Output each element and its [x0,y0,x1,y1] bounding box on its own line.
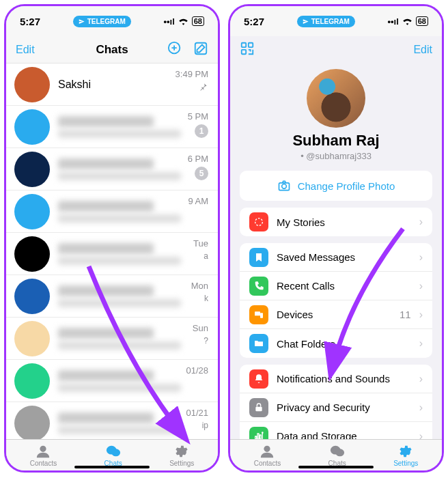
svg-rect-11 [255,311,260,315]
row-value: 11 [400,309,411,320]
svg-rect-6 [249,43,253,47]
qr-icon[interactable] [240,41,255,59]
chat-row[interactable]: Monk [6,275,218,318]
row-label: Devices [277,309,391,320]
edit-button[interactable]: Edit [16,44,35,56]
row-label: Recent Calls [277,280,411,292]
svg-point-16 [264,445,270,451]
chat-row[interactable]: 01/28 [6,360,218,402]
chat-time: Sun [193,323,208,333]
avatar [14,109,50,145]
chat-time: Tue [193,238,208,249]
chat-time: 5 PM [188,111,208,122]
settings-row-notifications-and-sounds[interactable]: Notifications and Sounds › [240,365,432,393]
settings-row-privacy-and-security[interactable]: Privacy and Security › [240,393,432,422]
camera-icon [277,179,291,193]
chat-name: Sakshi [58,79,91,91]
wifi-icon [402,17,412,25]
settings-content[interactable]: Subham Raj • @subhamraj333 Change Profil… [230,64,442,443]
status-right: ••ıl 68 [163,16,204,27]
svg-rect-7 [242,50,246,54]
phone-settings: 5:27 TELEGRAM ••ıl 68 Edit Subham Raj • … [228,4,444,473]
settings-row-devices[interactable]: Devices 11 › [240,300,432,329]
chevron-right-icon: › [419,251,423,264]
cell-signal-icon: ••ıl [387,16,398,27]
chat-row[interactable]: 5 PM1 [6,106,218,148]
avatar [14,279,50,314]
avatar [14,321,50,356]
tab-settings[interactable]: Settings [169,444,194,467]
change-photo-card: Change Profile Photo [240,171,432,201]
row-my-stories[interactable]: My Stories › [240,208,432,236]
status-pill: TELEGRAM [297,16,355,27]
person-icon [35,444,51,459]
avatar [14,67,50,102]
chat-time: 9 AM [188,196,208,206]
paper-plane-icon [303,18,309,25]
status-right: ••ıl 68 [387,16,428,27]
wifi-icon [178,17,188,25]
avatar [14,152,50,187]
new-message-icon[interactable] [167,41,182,59]
pin-icon [199,82,208,94]
svg-point-10 [255,219,263,226]
avatar [14,363,50,399]
row-label: Saved Messages [277,251,411,263]
chevron-right-icon: › [419,337,423,350]
chat-row[interactable]: 9 AM [6,191,218,233]
chat-list[interactable]: Sakshi3:49 PM5 PM16 PM59 AMTueaMonkSun?0… [6,64,218,443]
change-photo-button[interactable]: Change Profile Photo [240,171,432,201]
chevron-right-icon: › [419,373,423,385]
chat-row[interactable]: Sun? [6,318,218,360]
tab-contacts[interactable]: Contacts [30,444,57,467]
chevron-right-icon: › [419,402,423,414]
status-pill: TELEGRAM [73,16,131,27]
settings-row-chat-folders[interactable]: Chat Folders › [240,329,432,358]
profile-handle: • @subhamraj333 [230,151,442,161]
svg-point-18 [335,449,344,456]
chat-time: 01/28 [186,365,208,376]
settings-row-saved-messages[interactable]: Saved Messages › [240,243,432,272]
phone-icon [249,277,268,296]
tab-contacts[interactable]: Contacts [254,444,281,467]
person-icon [259,444,275,459]
tab-chats[interactable]: Chats [104,444,122,467]
chat-time: Mon [191,281,208,291]
profile-block: Subham Raj • @subhamraj333 [230,64,442,164]
avatar [14,194,50,229]
chat-row[interactable]: 6 PM5 [6,148,218,191]
chat-row[interactable]: Sakshi3:49 PM [6,64,218,106]
chats-icon [105,444,122,459]
battery-icon: 68 [416,16,428,26]
phone-chats: 5:27 TELEGRAM ••ıl 68 Edit Chats Sakshi3… [4,4,220,473]
compose-icon[interactable] [193,41,208,59]
row-label: Chat Folders [277,338,411,350]
chevron-right-icon: › [419,216,423,228]
chat-time: 3:49 PM [176,69,208,79]
chats-icon [329,444,346,459]
chat-row[interactable]: Tuea [6,233,218,275]
cell-signal-icon: ••ıl [163,16,174,27]
stories-card: My Stories › [240,208,432,236]
tab-chats[interactable]: Chats [328,444,346,467]
svg-rect-5 [242,43,246,47]
chat-time: 6 PM [188,154,208,164]
chevron-right-icon: › [419,280,423,292]
battery-icon: 68 [192,16,204,26]
edit-button[interactable]: Edit [413,44,432,56]
avatar[interactable] [307,69,365,128]
tab-settings[interactable]: Settings [393,444,418,467]
chat-row[interactable]: 01/21ip [6,402,218,443]
home-indicator [298,466,374,468]
gear-icon [397,444,414,459]
svg-point-14 [262,432,264,434]
status-time: 5:27 [20,16,40,27]
settings-group-1: Saved Messages › Recent Calls › Devices … [240,243,432,358]
svg-point-9 [281,184,286,189]
row-label: Notifications and Sounds [277,373,411,384]
settings-group-2: Notifications and Sounds › Privacy and S… [240,365,432,443]
lock-icon [249,398,268,417]
settings-row-recent-calls[interactable]: Recent Calls › [240,272,432,300]
unread-badge: 1 [195,124,208,138]
chevron-right-icon: › [419,309,423,321]
